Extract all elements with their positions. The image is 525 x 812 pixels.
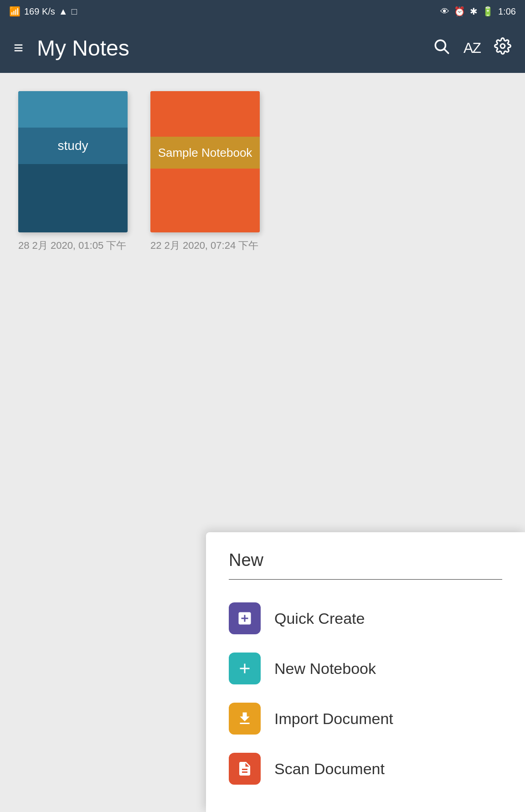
- status-bar: 📶 169 K/s ▲ □ 👁 ⏰ ✱ 🔋 1:06: [0, 0, 525, 23]
- menu-item-import[interactable]: Import Document: [229, 694, 502, 744]
- notebook-item-study[interactable]: study 28 2月 2020, 01:05 下午: [18, 91, 128, 252]
- quick-create-icon: [229, 602, 261, 634]
- notebook-date-study: 28 2月 2020, 01:05 下午: [18, 239, 126, 252]
- sort-button[interactable]: AZ: [463, 40, 480, 57]
- status-right: 👁 ⏰ ✱ 🔋 1:06: [440, 6, 516, 17]
- svg-point-2: [500, 44, 505, 48]
- page-title: My Notes: [37, 36, 129, 61]
- notebook-item-sample[interactable]: Sample Notebook 22 2月 2020, 07:24 下午: [150, 91, 260, 252]
- new-menu-popup: New Quick Create New Notebook Import Doc…: [206, 532, 525, 812]
- cover-band-bottom-sample: [150, 169, 260, 232]
- notebook-cover-sample[interactable]: Sample Notebook: [150, 91, 260, 232]
- quick-create-label: Quick Create: [274, 610, 365, 627]
- signal-speed: 169 K/s: [24, 6, 55, 17]
- cover-band-mid: study: [18, 128, 128, 164]
- app-bar-left: ≡ My Notes: [14, 36, 129, 61]
- app-bar: ≡ My Notes AZ: [0, 23, 525, 73]
- menu-item-quick-create[interactable]: Quick Create: [229, 593, 502, 643]
- bluetooth-icon: ✱: [470, 6, 478, 17]
- hamburger-button[interactable]: ≡: [14, 38, 23, 57]
- signal-icon: ▲: [59, 6, 68, 17]
- notebook-title-sample: Sample Notebook: [158, 146, 252, 160]
- battery-icon: 🔋: [482, 6, 494, 17]
- new-notebook-icon: [229, 653, 261, 684]
- time-display: 1:06: [498, 6, 516, 17]
- notebook-cover-study[interactable]: study: [18, 91, 128, 232]
- new-notebook-label: New Notebook: [274, 660, 376, 678]
- import-icon: [229, 703, 261, 735]
- svg-line-1: [444, 49, 448, 53]
- status-left: 📶 169 K/s ▲ □: [9, 6, 77, 17]
- import-label: Import Document: [274, 710, 393, 728]
- menu-item-new-notebook[interactable]: New Notebook: [229, 643, 502, 694]
- cover-band-mid-sample: Sample Notebook: [150, 137, 260, 169]
- notebooks-grid: study 28 2月 2020, 01:05 下午 Sample Notebo…: [18, 91, 507, 252]
- sim-icon: □: [72, 6, 77, 17]
- eye-icon: 👁: [440, 6, 449, 17]
- cover-band-top: [18, 91, 128, 128]
- menu-item-scan[interactable]: Scan Document: [229, 744, 502, 794]
- scan-label: Scan Document: [274, 760, 385, 778]
- menu-title: New: [229, 550, 502, 570]
- cover-band-bottom: [18, 164, 128, 232]
- app-bar-actions: AZ: [432, 37, 511, 59]
- settings-button[interactable]: [494, 37, 511, 59]
- scan-icon: [229, 753, 261, 785]
- cover-band-top-sample: [150, 91, 260, 137]
- notebook-title-study: study: [58, 139, 88, 153]
- search-button[interactable]: [432, 37, 450, 59]
- wifi-icon: 📶: [9, 6, 21, 17]
- notebook-date-sample: 22 2月 2020, 07:24 下午: [150, 239, 258, 252]
- alarm-icon: ⏰: [454, 6, 465, 17]
- menu-divider: [229, 579, 502, 580]
